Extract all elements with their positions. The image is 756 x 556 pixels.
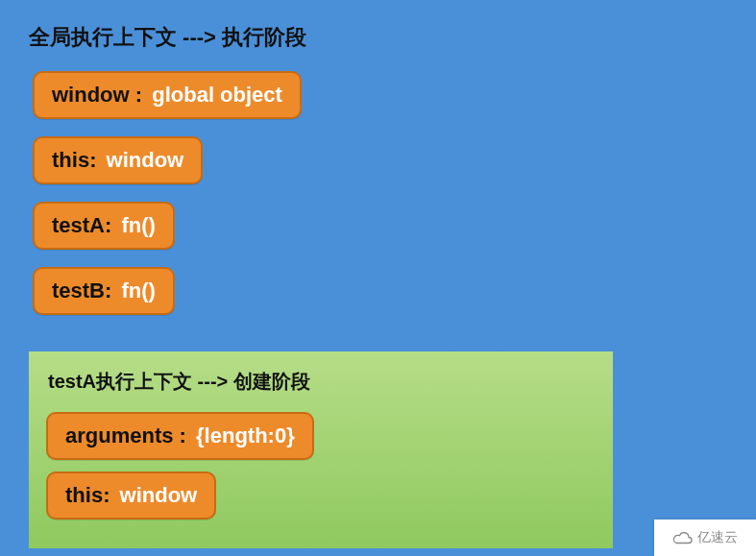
box-testb: testB: fn() <box>33 267 175 315</box>
watermark: 亿速云 <box>654 520 756 556</box>
box-this: this: window <box>33 136 203 184</box>
key-testa: testA <box>52 213 105 237</box>
sep: : <box>105 278 117 302</box>
diagram-canvas: 全局执行上下文 ---> 执行阶段 window : global object… <box>0 0 756 548</box>
sep: : <box>135 83 148 107</box>
val-window-sub: window <box>120 483 198 507</box>
box-this-sub: this: window <box>46 471 216 520</box>
sub-item-arguments: arguments : {length:0} <box>46 406 596 466</box>
val-length0: {length:0} <box>196 423 295 447</box>
global-item-window: window : global object <box>33 65 727 125</box>
key-this-sub: this <box>65 483 103 507</box>
sep: : <box>180 423 192 447</box>
global-item-testb: testB: fn() <box>33 261 727 321</box>
global-item-testa: testA: fn() <box>33 196 727 255</box>
sub-item-this: this: window <box>46 466 596 525</box>
testa-context-panel: testA执行上下文 ---> 创建阶段 arguments : {length… <box>29 351 613 548</box>
box-testa: testA: fn() <box>33 202 175 250</box>
key-this: this <box>52 148 89 172</box>
testa-context-title: testA执行上下文 ---> 创建阶段 <box>48 369 596 395</box>
key-window: window <box>52 83 135 107</box>
val-global-object: global object <box>152 83 282 107</box>
box-arguments: arguments : {length:0} <box>46 412 314 460</box>
sep: : <box>103 483 115 507</box>
cloud-icon <box>672 530 694 545</box>
watermark-text: 亿速云 <box>697 529 738 546</box>
val-fn: fn() <box>121 278 155 302</box>
sep: : <box>89 148 102 172</box>
key-testb: testB <box>52 278 105 302</box>
val-fn: fn() <box>121 213 155 237</box>
global-item-this: this: window <box>33 131 727 190</box>
sep: : <box>105 213 117 237</box>
box-window: window : global object <box>33 71 302 119</box>
val-window: window <box>107 148 184 172</box>
global-context-title: 全局执行上下文 ---> 执行阶段 <box>29 23 727 52</box>
key-arguments: arguments <box>65 423 180 447</box>
